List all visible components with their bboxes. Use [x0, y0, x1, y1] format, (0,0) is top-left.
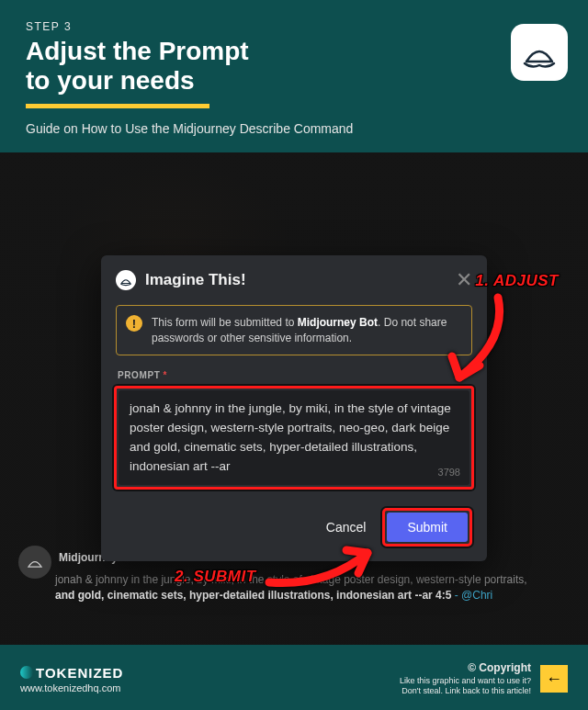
prompt-field-label: PROMPT* — [118, 370, 470, 380]
submit-button[interactable]: Submit — [387, 513, 468, 542]
footer-right: © Copyright Like this graphic and want t… — [400, 661, 568, 697]
brand-url: www.tokenizedhq.com — [20, 682, 123, 693]
brand-dot-icon — [20, 666, 33, 679]
title-underline — [26, 104, 209, 108]
prompt-input[interactable]: jonah & johnny in the jungle, by miki, i… — [119, 390, 469, 486]
prompt-highlight-outline: jonah & johnny in the jungle, by miki, i… — [114, 386, 474, 490]
modal-header: Imagine This! ✕ — [101, 255, 487, 301]
field-label-text: PROMPT — [118, 370, 160, 380]
back-arrow-button[interactable]: ← — [540, 665, 568, 693]
title-line-2: to your needs — [26, 66, 195, 95]
char-count: 3798 — [438, 467, 460, 478]
page-footer: TOKENIZED www.tokenizedhq.com © Copyrigh… — [0, 650, 588, 710]
copy-l1: Like this graphic and want to use it? — [400, 676, 531, 685]
annotation-submit: 2. SUBMIT — [175, 568, 256, 586]
close-icon[interactable]: ✕ — [456, 268, 472, 292]
copyright-block: © Copyright Like this graphic and want t… — [400, 661, 531, 697]
warning-icon: ! — [126, 315, 142, 332]
annotation-adjust: 1. ADJUST — [475, 272, 559, 290]
required-asterisk: * — [163, 370, 167, 380]
submit-highlight-outline: Submit — [382, 508, 472, 547]
guide-header: STEP 3 Adjust the Prompt to your needs G… — [0, 0, 588, 152]
imagine-modal: Imagine This! ✕ ! This form will be subm… — [101, 255, 487, 561]
warn-bold: Midjourney Bot — [298, 316, 378, 329]
step-label: STEP 3 — [26, 20, 562, 33]
warning-text: This form will be submitted to Midjourne… — [152, 315, 462, 344]
prompt-value: jonah & johnny in the jungle, by miki, i… — [130, 400, 458, 477]
page-title: Adjust the Prompt to your needs — [26, 37, 562, 96]
modal-title: Imagine This! — [145, 271, 447, 289]
title-line-1: Adjust the Prompt — [26, 37, 249, 65]
subtitle: Guide on How to Use the Midjourney Descr… — [26, 121, 562, 136]
midjourney-logo-badge — [511, 24, 568, 81]
bg-mention: - @Chri — [451, 589, 492, 602]
screenshot-container: Midjourney Bot jonah & johnny in the jun… — [0, 152, 588, 645]
arrow-submit-icon — [262, 536, 381, 592]
arrow-adjust-icon — [434, 290, 516, 391]
brand-block: TOKENIZED www.tokenizedhq.com — [20, 665, 123, 693]
bg-line2: and gold, cinematic sets, hyper-detailed… — [55, 589, 451, 602]
copyright-title: © Copyright — [400, 661, 531, 674]
brand-name: TOKENIZED — [36, 665, 123, 681]
copyright-text: Like this graphic and want to use it? Do… — [400, 676, 531, 697]
sailboat-icon — [116, 270, 136, 290]
warning-box: ! This form will be submitted to Midjour… — [116, 305, 472, 355]
copy-l2: Don't steal. Link back to this article! — [401, 686, 531, 695]
sailboat-icon — [521, 34, 558, 71]
warn-pre: This form will be submitted to — [152, 316, 298, 329]
